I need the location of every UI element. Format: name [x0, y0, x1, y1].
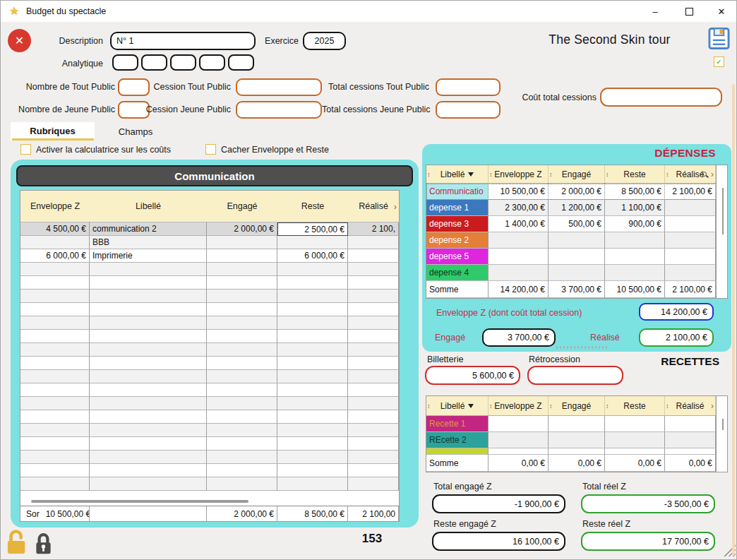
cell-realise[interactable] [665, 249, 716, 265]
sort-icon[interactable]: ↕ [549, 403, 553, 410]
cell-empty[interactable] [20, 303, 90, 316]
cell-engage[interactable] [549, 232, 605, 249]
cell-empty[interactable] [277, 276, 348, 290]
cell-empty[interactable] [277, 343, 348, 357]
tab-champs[interactable]: Champs [104, 126, 167, 137]
cell-empty[interactable] [348, 290, 399, 303]
cell-empty[interactable] [90, 437, 207, 451]
tab-rubriques[interactable]: Rubriques [11, 126, 95, 136]
total-cessions-tout-public-input[interactable] [436, 78, 501, 96]
cell-enveloppe[interactable] [20, 236, 90, 249]
cell-empty[interactable] [90, 357, 207, 370]
sort-icon[interactable]: ↕ [489, 403, 493, 410]
cell-reste[interactable] [605, 265, 665, 281]
cell-empty[interactable] [665, 448, 716, 455]
cell-empty[interactable] [207, 464, 277, 477]
cell-empty[interactable] [277, 383, 348, 397]
analytique-box-5[interactable] [228, 54, 254, 71]
engage-summary-input[interactable]: 3 700,00 € [482, 328, 556, 347]
chevron-right-icon[interactable]: › [394, 201, 397, 212]
cell-reste[interactable]: 6 000,00 € [277, 249, 348, 263]
cout-total-cessions-input[interactable] [600, 88, 722, 107]
cell-engage[interactable] [549, 249, 605, 265]
cell-empty[interactable] [207, 383, 277, 397]
col-header-realise[interactable]: ↕Réalisé› [665, 396, 716, 415]
cell-empty[interactable] [207, 437, 277, 451]
cell-empty[interactable] [277, 477, 348, 491]
cell-empty[interactable] [207, 316, 277, 330]
table-row[interactable]: BBB [20, 236, 399, 249]
cell-empty[interactable] [20, 451, 90, 464]
cell-empty[interactable] [549, 448, 605, 455]
cell-empty[interactable] [207, 303, 277, 316]
cell-empty[interactable] [348, 464, 399, 477]
cell-libelle[interactable]: depense 2 [426, 232, 489, 249]
cell-empty[interactable] [20, 330, 90, 343]
table-row-empty[interactable] [20, 410, 399, 424]
cell-empty[interactable] [207, 343, 277, 357]
cell-empty[interactable] [207, 370, 277, 383]
cell-reste[interactable] [605, 432, 665, 448]
sort-icon[interactable]: ↕ [606, 171, 609, 178]
table-row-empty[interactable] [20, 370, 399, 383]
save-icon[interactable] [708, 27, 730, 50]
cell-empty[interactable] [489, 448, 549, 455]
sort-icon[interactable]: ↕ [427, 403, 431, 410]
cell-realise[interactable]: 2 100, [348, 222, 399, 236]
recette-row[interactable]: Recette 1 [426, 416, 716, 432]
cell-libelle[interactable]: depense 1 [426, 200, 489, 216]
cell-realise[interactable] [665, 265, 716, 281]
cell-empty[interactable] [277, 397, 348, 410]
cell-reste[interactable]: 1 100,00 € [605, 200, 665, 216]
cell-empty[interactable] [90, 290, 207, 303]
table-row-empty[interactable] [20, 330, 399, 343]
table-row-empty[interactable] [20, 477, 399, 491]
cell-engage[interactable] [207, 249, 277, 263]
sort-icon[interactable]: ↕ [666, 403, 669, 410]
cell-reste[interactable]: 900,00 € [605, 216, 665, 232]
cell-empty[interactable] [90, 424, 207, 437]
cell-empty[interactable] [277, 464, 348, 477]
chevron-right-icon[interactable]: › [711, 401, 714, 411]
cell-empty[interactable] [20, 290, 90, 303]
filter-icon[interactable] [468, 172, 474, 177]
cell-enveloppe[interactable] [489, 249, 549, 265]
recette-row-partial[interactable] [426, 448, 716, 455]
cell-empty[interactable] [277, 410, 348, 424]
cell-realise[interactable] [665, 216, 716, 232]
exercice-input[interactable]: 2025 [303, 32, 346, 50]
cell-libelle[interactable]: BBB [90, 236, 207, 249]
total-reel-z-input[interactable]: -3 500,00 € [581, 494, 715, 513]
col-header-enveloppe[interactable]: ↕Enveloppe Z [489, 165, 549, 183]
cell-empty[interactable] [277, 370, 348, 383]
table-row-selected[interactable]: 4 500,00 € communication 2 2 000,00 € 2 … [20, 222, 399, 236]
cell-engage[interactable]: 2 000,00 € [549, 184, 605, 200]
cell-empty[interactable] [20, 410, 90, 424]
col-header-engage[interactable]: ↕Engagé [549, 165, 605, 183]
table-row[interactable]: 6 000,00 € Imprimerie 6 000,00 € [20, 249, 399, 263]
cell-libelle[interactable]: Imprimerie [90, 249, 207, 263]
depense-row[interactable]: depense 2 [426, 232, 716, 249]
cell-empty[interactable] [207, 357, 277, 370]
cell-empty[interactable] [348, 263, 399, 276]
cell-empty[interactable] [90, 410, 207, 424]
table-row-empty[interactable] [20, 290, 399, 303]
col-header-reste[interactable]: ↕Reste [605, 396, 665, 415]
cell-enveloppe[interactable] [489, 416, 549, 432]
cell-empty[interactable] [605, 448, 665, 455]
cell-empty[interactable] [277, 316, 348, 330]
cell-libelle[interactable]: Communicatio [426, 184, 489, 200]
table-row-empty[interactable] [20, 424, 399, 437]
cell-enveloppe[interactable] [489, 265, 549, 281]
cell-realise[interactable] [665, 200, 716, 216]
cacher-enveloppe-checkbox[interactable] [205, 144, 216, 155]
cell-engage[interactable] [549, 265, 605, 281]
save-checkbox[interactable]: ✓ [714, 56, 724, 67]
cession-tout-public-input[interactable] [236, 78, 322, 96]
cell-realise[interactable] [348, 249, 399, 263]
sort-icon[interactable]: ↕ [549, 171, 553, 178]
cell-empty[interactable] [277, 330, 348, 343]
cell-empty[interactable] [207, 477, 277, 491]
cell-empty[interactable] [348, 451, 399, 464]
col-header-engage[interactable]: ↕Engagé [549, 396, 605, 415]
